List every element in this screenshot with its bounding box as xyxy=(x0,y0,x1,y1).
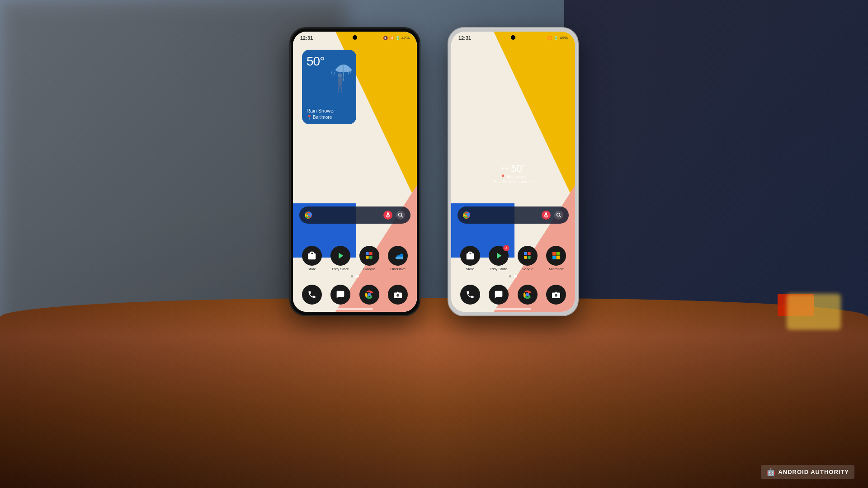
weather-temp-2: 50° xyxy=(511,163,526,174)
app-store-2[interactable]: Store xyxy=(458,246,483,271)
svg-rect-15 xyxy=(366,252,369,255)
mic-button-2[interactable] xyxy=(542,211,551,220)
svg-line-5 xyxy=(341,86,342,93)
weather-condition-1: Rain Shower xyxy=(307,108,335,113)
playstore-label-1: Play Store xyxy=(332,267,349,271)
phone-2: 12:31 📶 🔋 49% ✦✦ 50° 📍 Baltimore Rain li… xyxy=(448,27,579,316)
app-grid-1: Store Play Store xyxy=(299,246,410,271)
weather-widget-1[interactable]: 50° xyxy=(302,50,356,124)
microsoft-icon-2 xyxy=(546,246,566,266)
svg-point-13 xyxy=(399,213,402,216)
weather-desc-2: Rain likely to continue xyxy=(493,179,533,184)
microsoft-label-2: Microsoft xyxy=(549,267,563,271)
watermark-text: ANDROID AUTHORITY xyxy=(778,469,849,475)
svg-point-26 xyxy=(557,213,560,216)
dock-chrome-1[interactable] xyxy=(357,285,382,305)
app-google-1[interactable]: Google xyxy=(357,246,382,271)
dock-messages-1[interactable] xyxy=(328,285,354,305)
svg-rect-33 xyxy=(557,252,560,256)
dock-1 xyxy=(299,285,410,305)
playstore-icon-2: 4 xyxy=(489,246,509,266)
svg-rect-28 xyxy=(524,252,527,255)
app-store-1[interactable]: Store xyxy=(299,246,325,271)
google-logo-2 xyxy=(463,211,470,219)
messages-icon-2 xyxy=(489,285,509,305)
dock-phone-1[interactable] xyxy=(299,285,325,305)
dot-active-2 xyxy=(514,275,517,277)
dock-messages-2[interactable] xyxy=(486,285,512,305)
android-icon: 🤖 xyxy=(766,468,775,476)
phone-2-screen: 12:31 📶 🔋 49% ✦✦ 50° 📍 Baltimore Rain li… xyxy=(451,32,575,312)
onedrive-label-1: OneDrive xyxy=(390,267,406,271)
phones-container: 12:31 🔇 📶 🔋 42% 50° xyxy=(289,27,579,316)
weather-location-1: 📍 Baltimore xyxy=(307,115,332,120)
svg-rect-30 xyxy=(524,256,527,259)
search-bar-2[interactable] xyxy=(458,206,569,224)
svg-line-14 xyxy=(401,216,403,218)
svg-rect-24 xyxy=(545,212,547,216)
weather-location-2: 📍 Baltimore xyxy=(493,174,533,179)
google-logo-1 xyxy=(305,211,312,219)
svg-rect-31 xyxy=(528,256,531,259)
phone-1: 12:31 🔇 📶 🔋 42% 50° xyxy=(289,27,420,316)
onedrive-icon-1 xyxy=(388,246,408,266)
svg-point-2 xyxy=(338,73,342,78)
messages-icon-1 xyxy=(330,285,350,305)
svg-rect-11 xyxy=(387,212,389,216)
lens-button-1[interactable] xyxy=(396,211,405,220)
playstore-badge-2: 4 xyxy=(503,245,509,251)
phone-icon-2 xyxy=(460,285,480,305)
status-icons-1: 🔇 📶 🔋 42% xyxy=(383,36,410,40)
chrome-icon-1 xyxy=(359,285,379,305)
page-dots-1 xyxy=(351,275,359,277)
dock-camera-2[interactable] xyxy=(544,285,569,305)
status-time-1: 12:31 xyxy=(300,35,313,41)
camera-icon-1 xyxy=(388,285,408,305)
mic-button-1[interactable] xyxy=(383,211,392,220)
dot-active-1 xyxy=(355,275,359,277)
playstore-icon-1 xyxy=(330,246,350,266)
camera-hole-2 xyxy=(511,35,515,40)
app-microsoft-2[interactable]: Microsoft xyxy=(544,246,569,271)
chrome-icon-2 xyxy=(518,285,538,305)
app-playstore-1[interactable]: Play Store xyxy=(328,246,354,271)
app-playstore-2[interactable]: 4 Play Store xyxy=(486,246,512,271)
weather-widget-2[interactable]: ✦✦ 50° 📍 Baltimore Rain likely to contin… xyxy=(493,163,533,184)
dot-2a xyxy=(509,275,511,277)
dock-chrome-2[interactable] xyxy=(515,285,540,305)
dock-2 xyxy=(458,285,569,305)
app-google-2[interactable]: Google xyxy=(515,246,540,271)
phone-1-screen: 12:31 🔇 📶 🔋 42% 50° xyxy=(293,32,417,312)
google-label-2: Google xyxy=(522,267,533,271)
status-time-2: 12:31 xyxy=(458,35,471,41)
svg-line-7 xyxy=(331,70,332,74)
search-bar-1[interactable] xyxy=(299,206,410,224)
svg-rect-34 xyxy=(552,256,556,260)
google-icon-1 xyxy=(359,246,379,266)
svg-rect-16 xyxy=(369,252,373,255)
svg-rect-17 xyxy=(366,256,369,259)
dock-phone-2[interactable] xyxy=(458,285,483,305)
google-label-1: Google xyxy=(363,267,375,271)
store-label-2: Store xyxy=(466,267,474,271)
store-label-1: Store xyxy=(307,267,316,271)
svg-point-23 xyxy=(397,295,399,296)
svg-line-4 xyxy=(338,86,339,93)
playstore-label-2: Play Store xyxy=(491,267,507,271)
store-icon-1 xyxy=(302,246,322,266)
home-indicator-1 xyxy=(337,308,373,310)
camera-hole-1 xyxy=(353,35,357,40)
svg-rect-32 xyxy=(552,252,556,256)
page-dots-2 xyxy=(509,275,517,277)
svg-point-38 xyxy=(555,295,557,296)
home-indicator-2 xyxy=(495,308,531,310)
status-icons-2: 📶 🔋 49% xyxy=(547,36,568,40)
app-onedrive-1[interactable]: OneDrive xyxy=(386,246,411,271)
svg-line-8 xyxy=(334,72,335,76)
dock-camera-1[interactable] xyxy=(386,285,411,305)
svg-rect-35 xyxy=(557,256,560,260)
app-grid-2: Store 4 Play Store xyxy=(458,246,569,271)
lens-button-2[interactable] xyxy=(554,211,563,220)
watermark: 🤖 ANDROID AUTHORITY xyxy=(761,465,854,479)
dot-1 xyxy=(351,275,353,277)
